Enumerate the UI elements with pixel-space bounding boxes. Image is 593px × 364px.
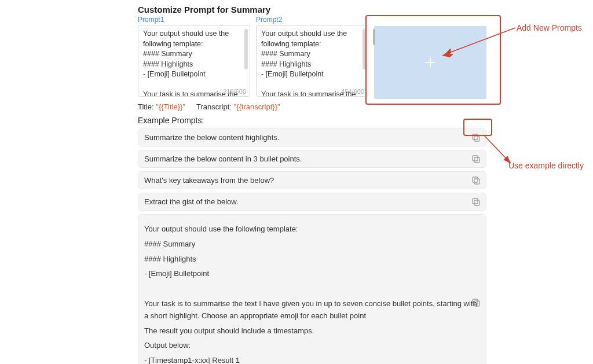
template-line: #### Highlights — [144, 253, 480, 266]
svg-rect-4 — [474, 179, 479, 184]
svg-rect-2 — [474, 157, 479, 163]
prompt2-textarea[interactable] — [257, 25, 368, 96]
template-line: The result you output should include a t… — [144, 325, 480, 337]
examples-heading: Example Prompts: — [138, 116, 486, 125]
copy-icon[interactable] — [472, 198, 480, 206]
svg-rect-7 — [473, 198, 478, 204]
prompt2-counter: 454/600 — [341, 88, 364, 95]
template-line: Your task is to summarise the text I hav… — [144, 298, 480, 322]
prompt1-textarea[interactable] — [138, 25, 250, 96]
add-callout-label: Add New Prompts — [517, 23, 582, 32]
example-text: Extract the gist of the below. — [144, 197, 239, 206]
scrollbar[interactable] — [244, 29, 248, 69]
template-line — [144, 283, 480, 295]
svg-rect-5 — [473, 177, 478, 182]
svg-rect-0 — [474, 136, 479, 141]
copy-icon[interactable] — [472, 299, 480, 307]
add-prompt-card[interactable] — [374, 26, 486, 99]
template-line: Output below: — [144, 340, 480, 352]
template-line: - [Emoji] Bulletpoint — [144, 268, 480, 280]
prompts-row: Prompt1 318/600 Prompt2 454/600 — [138, 16, 486, 99]
template-line: - [Timestamp1-x:xx] Result 1 — [144, 355, 480, 364]
prompt1-box: 318/600 — [138, 25, 250, 97]
prompt-column-1: Prompt1 318/600 — [138, 16, 250, 99]
example-text: Summarize the below content highlights. — [144, 133, 279, 142]
meta-row: Title: "{{Title}}" Transcript: "{{transc… — [138, 102, 486, 111]
plus-icon — [426, 58, 435, 67]
example-text: What's key takeaways from the below? — [144, 176, 274, 185]
prompt1-label[interactable]: Prompt1 — [138, 16, 250, 24]
svg-rect-3 — [473, 156, 478, 161]
page-title: Customize Prompt for Summary — [138, 5, 486, 14]
svg-rect-9 — [473, 299, 478, 304]
prompt-column-2: Prompt2 454/600 — [256, 16, 368, 99]
transcript-label: Transcript: — [196, 102, 234, 111]
copy-icon[interactable] — [472, 177, 480, 185]
example-item[interactable]: Summarize the below content highlights. — [138, 128, 486, 146]
scrollbar[interactable] — [373, 29, 375, 45]
template-line: #### Summary — [144, 238, 480, 251]
template-line: Your output should use the following tem… — [144, 223, 480, 236]
svg-rect-8 — [474, 301, 479, 306]
template-example: Your output should use the following tem… — [138, 214, 486, 364]
prompt1-counter: 318/600 — [223, 88, 246, 95]
title-value: "{{Title}}" — [156, 102, 185, 111]
examples-list: Summarize the below content highlights.S… — [138, 128, 486, 211]
example-text: Summarize the below content in 3 bullet … — [144, 155, 302, 163]
title-label: Title: — [138, 102, 156, 111]
prompt2-label[interactable]: Prompt2 — [256, 16, 368, 24]
scrollbar[interactable] — [363, 29, 366, 69]
copy-icon[interactable] — [472, 134, 480, 142]
example-item[interactable]: Extract the gist of the below. — [138, 193, 486, 211]
svg-rect-1 — [473, 134, 478, 139]
use-callout-label: Use example directly — [508, 161, 584, 170]
example-item[interactable]: Summarize the below content in 3 bullet … — [138, 150, 486, 168]
prompt2-box: 454/600 — [256, 25, 368, 97]
transcript-value: "{{transcript}}" — [234, 102, 280, 111]
example-item[interactable]: What's key takeaways from the below? — [138, 171, 486, 189]
svg-rect-6 — [474, 200, 479, 205]
copy-icon[interactable] — [472, 155, 480, 163]
main-panel: Customize Prompt for Summary Prompt1 318… — [0, 0, 486, 364]
